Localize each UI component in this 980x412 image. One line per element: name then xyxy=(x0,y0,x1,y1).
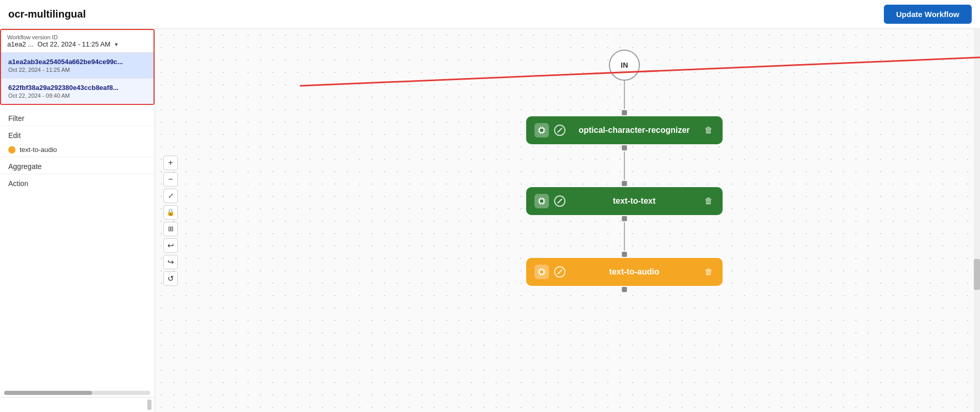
canvas-vertical-scrollbar[interactable] xyxy=(974,29,980,412)
layout-button[interactable]: ⊞ xyxy=(163,222,178,236)
node-cancel-icon-1 xyxy=(554,125,565,136)
dot-6 xyxy=(622,287,627,292)
connector-dot-6 xyxy=(622,286,627,293)
version-date-2: Oct 22, 2024 - 09:40 AM xyxy=(8,93,146,99)
version-id-2: 622fbf38a29a292380e43ccb8eaf8... xyxy=(8,84,146,91)
dot-1 xyxy=(622,110,627,115)
sidebar-sections: Filter Edit text-to-audio Aggregate Acti… xyxy=(0,105,155,389)
node-delete-button-2[interactable]: 🗑 xyxy=(703,195,714,207)
node-chip-icon-3 xyxy=(534,265,549,279)
redo-button[interactable]: ↪ xyxy=(163,255,178,269)
version-item-1[interactable]: a1ea2ab3ea254054a662be94ce99c... Oct 22,… xyxy=(1,53,154,79)
version-panel: Workflow version ID a1ea2 ... Oct 22, 20… xyxy=(0,29,155,105)
connector-dot-3 xyxy=(622,180,627,187)
section-edit: Edit xyxy=(0,126,155,143)
lock-button[interactable]: 🔒 xyxy=(163,205,178,220)
chevron-down-icon: ▾ xyxy=(115,41,118,48)
node-label-2: text-to-text xyxy=(571,196,698,206)
header: ocr-multilingual Update Workflow xyxy=(0,0,980,29)
svg-rect-11 xyxy=(540,200,543,203)
update-workflow-button[interactable]: Update Workflow xyxy=(884,5,972,24)
version-header-area: Workflow version ID a1ea2 ... Oct 22, 20… xyxy=(7,34,118,48)
main-area: Workflow version ID a1ea2 ... Oct 22, 20… xyxy=(0,29,980,412)
version-selector-row[interactable]: Workflow version ID a1ea2 ... Oct 22, 20… xyxy=(1,30,154,53)
svg-rect-1 xyxy=(540,129,543,132)
version-selected-value: a1ea2 ... Oct 22, 2024 - 11:25 AM ▾ xyxy=(7,40,118,48)
sidebar-item-text-to-audio[interactable]: text-to-audio xyxy=(0,143,155,157)
zoom-out-button[interactable]: − xyxy=(163,172,178,187)
workflow-title: ocr-multilingual xyxy=(8,8,86,20)
connector-dot-4 xyxy=(622,215,627,222)
node-text-to-text[interactable]: text-to-text 🗑 xyxy=(526,187,723,215)
fit-view-button[interactable]: ⤢ xyxy=(163,189,178,203)
workflow-diagram: IN xyxy=(526,50,723,293)
node-label-3: text-to-audio xyxy=(571,267,698,277)
canvas-area: + − ⤢ 🔒 ⊞ ↩ ↪ ↺ IN xyxy=(155,29,980,412)
connector-dot-2 xyxy=(622,144,627,151)
svg-rect-21 xyxy=(540,270,543,273)
version-label: Workflow version ID xyxy=(7,34,118,40)
sidebar-horizontal-scrollbar[interactable] xyxy=(4,391,150,395)
sidebar-resize-handle[interactable] xyxy=(147,400,151,410)
node-delete-button-1[interactable]: 🗑 xyxy=(703,125,714,136)
connector-1 xyxy=(624,81,625,109)
dot-4 xyxy=(622,216,627,221)
node-delete-button-3[interactable]: 🗑 xyxy=(703,266,714,278)
sidebar-bottom xyxy=(0,397,155,412)
version-id-1: a1ea2ab3ea254054a662be94ce99c... xyxy=(8,58,146,66)
dot-3 xyxy=(622,181,627,186)
node-chip-icon-1 xyxy=(534,123,549,138)
sidebar-item-label-text-to-audio: text-to-audio xyxy=(20,146,57,154)
sidebar: Workflow version ID a1ea2 ... Oct 22, 20… xyxy=(0,29,155,412)
section-aggregate: Aggregate xyxy=(0,157,155,174)
sidebar-scrollbar-thumb xyxy=(4,391,92,395)
section-filter: Filter xyxy=(0,109,155,126)
connector-3 xyxy=(624,222,625,251)
node-cancel-icon-2 xyxy=(554,195,565,207)
in-node-label: IN xyxy=(621,61,628,69)
node-optical-character-recognizer[interactable]: optical-character-recognizer 🗑 xyxy=(526,116,723,144)
zoom-in-button[interactable]: + xyxy=(163,156,178,170)
version-date-1: Oct 22, 2024 - 11:25 AM xyxy=(8,67,146,73)
canvas-scrollbar-thumb xyxy=(974,259,980,290)
node-text-to-audio[interactable]: text-to-audio 🗑 xyxy=(526,258,723,286)
dot-2 xyxy=(622,145,627,150)
version-short-id: a1ea2 ... xyxy=(7,40,34,48)
version-item-2[interactable]: 622fbf38a29a292380e43ccb8eaf8... Oct 22,… xyxy=(1,79,154,104)
dot-5 xyxy=(622,252,627,257)
undo-button[interactable]: ↩ xyxy=(163,238,178,253)
node-label-1: optical-character-recognizer xyxy=(571,126,698,135)
node-cancel-icon-3 xyxy=(554,266,565,278)
connector-dot-1 xyxy=(622,109,627,116)
zoom-controls: + − ⤢ 🔒 ⊞ ↩ ↪ ↺ xyxy=(163,156,178,286)
version-selected-date: Oct 22, 2024 - 11:25 AM xyxy=(38,40,111,48)
version-list: a1ea2ab3ea254054a662be94ce99c... Oct 22,… xyxy=(1,53,154,104)
header-left: ocr-multilingual xyxy=(8,8,86,20)
connector-dot-5 xyxy=(622,251,627,258)
refresh-button[interactable]: ↺ xyxy=(163,271,178,286)
node-chip-icon-2 xyxy=(534,194,549,208)
section-action: Action xyxy=(0,174,155,191)
in-node: IN xyxy=(609,50,640,81)
item-dot-icon xyxy=(8,146,16,154)
connector-2 xyxy=(624,151,625,180)
